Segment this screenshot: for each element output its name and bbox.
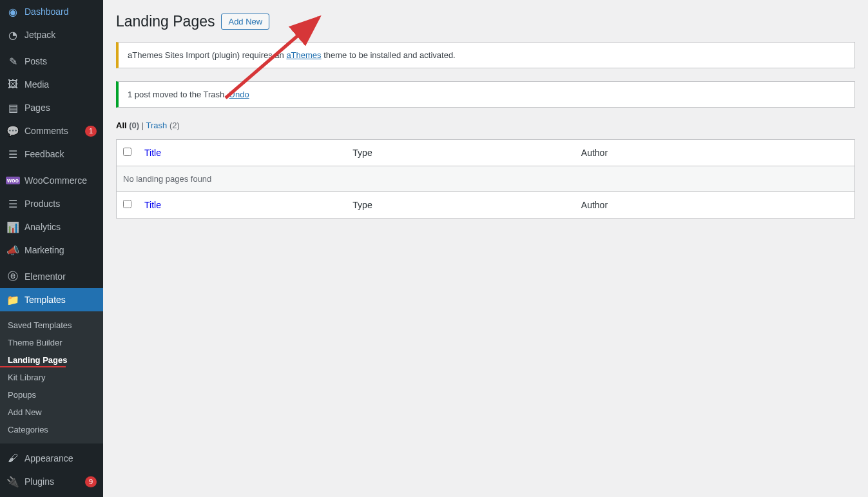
sidebar-item-label: Feedback (24, 149, 97, 159)
sidebar-item-label: Appearance (24, 453, 97, 463)
submenu-item-saved-templates[interactable]: Saved Templates (0, 317, 103, 334)
jetpack-icon: ◔ (6, 28, 19, 41)
sidebar-item-label: Marketing (24, 245, 97, 255)
products-icon: ☰ (6, 197, 19, 210)
woocommerce-icon: woo (6, 174, 19, 187)
table-empty-row: No landing pages found (117, 166, 855, 192)
sidebar-item-label: Dashboard (24, 6, 97, 17)
sidebar-item-label: Pages (24, 102, 97, 113)
analytics-icon: 📊 (6, 220, 19, 233)
select-all-checkbox-top[interactable] (123, 148, 131, 156)
sidebar-item-label: Plugins (24, 476, 80, 487)
submenu-item-categories[interactable]: Categories (0, 421, 103, 438)
column-title-foot[interactable]: Title (138, 192, 346, 219)
column-author-foot: Author (575, 192, 855, 219)
select-all-checkbox-bottom[interactable] (123, 200, 131, 208)
sidebar-item-woocommerce[interactable]: wooWooCommerce (0, 169, 103, 192)
page-title: Landing Pages (116, 13, 215, 30)
table-empty-message: No landing pages found (117, 166, 855, 192)
sidebar-badge: 9 (85, 476, 97, 487)
content-area: Landing Pages Add New aThemes Sites Impo… (103, 0, 868, 497)
filter-all[interactable]: All (0) (116, 121, 139, 130)
sidebar-item-jetpack[interactable]: ◔Jetpack (0, 23, 103, 46)
sidebar-item-label: Comments (24, 126, 80, 136)
sidebar-badge: 1 (85, 126, 97, 137)
notice-warning-text-post: theme to be installed and activated. (322, 50, 456, 60)
submenu-item-theme-builder[interactable]: Theme Builder (0, 334, 103, 351)
notice-success: 1 post moved to the Trash. Undo (116, 81, 855, 108)
sidebar-item-appearance[interactable]: 🖌Appearance (0, 447, 103, 470)
admin-sidebar: ◉Dashboard◔Jetpack ✎Posts🖾Media▤Pages💬Co… (0, 0, 103, 497)
sidebar-item-label: Analytics (24, 222, 97, 232)
marketing-icon: 📣 (6, 244, 19, 257)
comments-icon: 💬 (6, 124, 19, 137)
status-filters: All (0) | Trash (2) (116, 121, 855, 130)
sidebar-item-feedback[interactable]: ☰Feedback (0, 142, 103, 166)
pages-icon: ▤ (6, 101, 19, 114)
sidebar-item-marketing[interactable]: 📣Marketing (0, 239, 103, 262)
add-new-button[interactable]: Add New (221, 14, 269, 30)
sidebar-item-label: WooCommerce (24, 175, 97, 186)
notice-warning-text-pre: aThemes Sites Import (plugin) requires a… (128, 50, 286, 60)
sidebar-item-label: Jetpack (24, 30, 97, 40)
sidebar-item-templates[interactable]: 📁Templates (0, 288, 103, 311)
sidebar-item-products[interactable]: ☰Products (0, 192, 103, 215)
sidebar-item-label: Templates (24, 295, 97, 305)
filter-trash[interactable]: Trash (2) (146, 121, 180, 130)
sidebar-item-comments[interactable]: 💬Comments1 (0, 119, 103, 142)
templates-submenu: Saved TemplatesTheme BuilderLanding Page… (0, 311, 103, 443)
posts-icon: ✎ (6, 55, 19, 68)
submenu-item-landing-pages[interactable]: Landing Pages (0, 351, 103, 369)
sidebar-item-posts[interactable]: ✎Posts (0, 50, 103, 73)
notice-warning: aThemes Sites Import (plugin) requires a… (116, 42, 855, 68)
column-type: Type (346, 140, 574, 166)
elementor-icon: ⓔ (6, 270, 19, 283)
plugins-icon: 🔌 (6, 475, 19, 488)
submenu-item-kit-library[interactable]: Kit Library (0, 369, 103, 386)
column-author: Author (575, 140, 855, 166)
sidebar-item-label: Elementor (24, 271, 97, 282)
filter-separator: | (142, 121, 146, 130)
sidebar-item-label: Products (24, 199, 97, 209)
notice-success-link[interactable]: Undo (229, 90, 249, 99)
media-icon: 🖾 (6, 78, 19, 91)
appearance-icon: 🖌 (6, 452, 19, 465)
landing-pages-table: Title Type Author No landing pages found… (116, 139, 855, 219)
notice-success-text: 1 post moved to the Trash. (128, 90, 229, 99)
sidebar-item-dashboard[interactable]: ◉Dashboard (0, 0, 103, 23)
sidebar-item-elementor[interactable]: ⓔElementor (0, 265, 103, 288)
sidebar-item-media[interactable]: 🖾Media (0, 73, 103, 96)
sidebar-item-label: Posts (24, 56, 97, 66)
submenu-item-add-new[interactable]: Add New (0, 404, 103, 421)
column-title[interactable]: Title (138, 140, 346, 166)
sidebar-item-label: Media (24, 79, 97, 90)
dashboard-icon: ◉ (6, 5, 19, 18)
sidebar-item-analytics[interactable]: 📊Analytics (0, 215, 103, 239)
templates-icon: 📁 (6, 293, 19, 306)
feedback-icon: ☰ (6, 148, 19, 161)
sidebar-item-plugins[interactable]: 🔌Plugins9 (0, 470, 103, 493)
submenu-item-popups[interactable]: Popups (0, 386, 103, 404)
column-type-foot: Type (346, 192, 574, 219)
notice-warning-link[interactable]: aThemes (286, 50, 321, 60)
sidebar-item-pages[interactable]: ▤Pages (0, 96, 103, 119)
